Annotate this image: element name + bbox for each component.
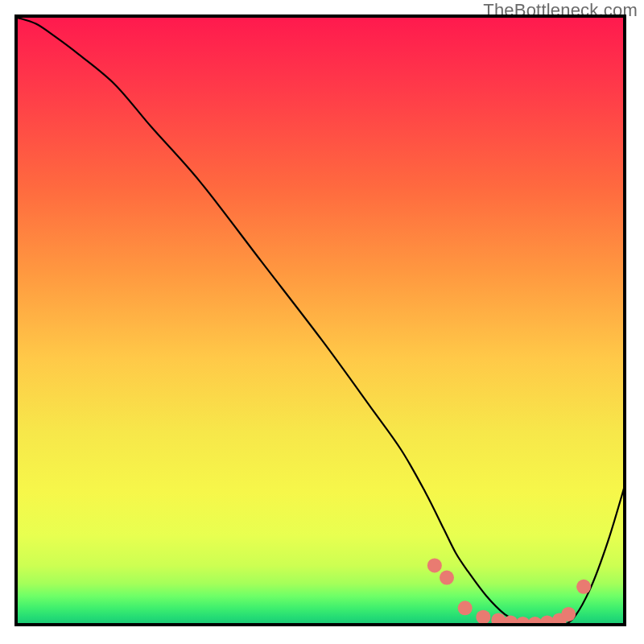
curve-group [18,18,626,626]
highlight-point [440,571,454,585]
plot-area [18,18,626,626]
highlight-point [491,613,506,626]
highlight-point [476,610,490,625]
highlight-point [576,580,591,594]
highlight-point [458,601,473,615]
highlight-points [427,558,591,626]
chart-svg [18,18,626,626]
highlight-point [427,558,442,572]
bottleneck-curve [18,18,626,626]
highlight-point [561,607,576,621]
chart-canvas: TheBottleneck.com [0,0,644,644]
